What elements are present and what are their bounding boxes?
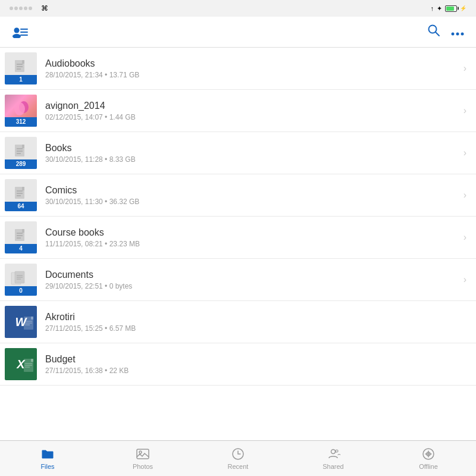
list-item[interactable]: 64 Comics 30/10/2015, 11:30 • 36.32 GB ›	[0, 174, 476, 217]
chevron-right-icon: ›	[464, 148, 466, 158]
file-name: avignon_2014	[45, 101, 459, 111]
file-meta: 27/11/2015, 16:38 • 22 KB	[45, 367, 466, 375]
file-meta: 11/11/2015, 08:21 • 23.23 MB	[45, 240, 459, 248]
more-button[interactable]	[451, 25, 464, 39]
folder-badge: 289	[5, 159, 37, 169]
svg-point-8	[456, 33, 459, 36]
bottom-nav: Files Photos Recent Shared Of	[0, 440, 476, 476]
file-info: Budget 27/11/2015, 16:38 • 22 KB	[45, 354, 466, 375]
list-item[interactable]: 1 Audiobooks 28/10/2015, 21:34 • 13.71 G…	[0, 48, 476, 90]
search-icon	[427, 24, 440, 37]
offline-nav-icon	[421, 447, 436, 461]
header	[0, 17, 476, 48]
list-item[interactable]: 4 Course books 11/11/2015, 08:21 • 23.23…	[0, 217, 476, 259]
more-icon	[451, 32, 464, 36]
chevron-right-icon: ›	[464, 274, 466, 285]
recent-nav-icon	[231, 447, 245, 461]
file-info: Course books 11/11/2015, 08:21 • 23.23 M…	[45, 227, 459, 248]
file-name: Documents	[45, 270, 459, 280]
file-name: Audiobooks	[45, 58, 459, 69]
signal-dot-2	[14, 7, 18, 10]
svg-marker-39	[31, 317, 33, 320]
list-item[interactable]: 0 Documents 29/10/2015, 22:51 • 0 bytes …	[0, 259, 476, 301]
folder-badge: 64	[5, 202, 37, 211]
svg-marker-19	[22, 145, 24, 148]
signal-dots	[10, 7, 32, 10]
header-actions	[427, 24, 464, 40]
svg-point-7	[452, 33, 455, 36]
svg-marker-24	[22, 187, 24, 190]
offline-nav-label: Offline	[419, 463, 438, 470]
file-info: Books 30/10/2015, 11:28 • 8.33 GB	[45, 143, 459, 164]
svg-point-51	[331, 450, 336, 454]
file-list: 1 Audiobooks 28/10/2015, 21:34 • 13.71 G…	[0, 48, 476, 440]
folder-thumbnail: 1	[5, 52, 37, 84]
file-name: Books	[45, 143, 459, 154]
file-meta: 30/10/2015, 11:30 • 36.32 GB	[45, 198, 459, 206]
nav-photos[interactable]: Photos	[95, 443, 190, 474]
svg-point-49	[139, 451, 142, 453]
status-bar: ⌘ ↑ ✦ ⚡	[0, 0, 476, 17]
list-item[interactable]: 312 avignon_2014 02/12/2015, 14:07 • 1.4…	[0, 90, 476, 132]
chevron-right-icon: ›	[464, 190, 466, 201]
battery-icon	[445, 5, 457, 12]
file-meta: 29/10/2015, 22:51 • 0 bytes	[45, 282, 459, 290]
file-info: Documents 29/10/2015, 22:51 • 0 bytes	[45, 270, 459, 290]
person-list-button[interactable]	[12, 26, 29, 38]
folder-thumbnail: 289	[5, 137, 37, 169]
list-item[interactable]: X Budget 27/11/2015, 16:38 • 22 KB	[0, 343, 476, 386]
shared-nav-label: Shared	[322, 463, 343, 470]
status-right: ↑ ✦ ⚡	[431, 5, 467, 12]
svg-point-9	[461, 33, 464, 36]
svg-point-17	[14, 102, 25, 115]
folder-badge: 1	[5, 75, 37, 84]
word-doc-overlay	[23, 317, 36, 332]
files-nav-icon	[40, 447, 55, 461]
chevron-right-icon: ›	[464, 105, 466, 116]
signal-dot-1	[10, 7, 13, 10]
svg-point-52	[336, 450, 338, 452]
signal-dot-4	[24, 7, 27, 10]
signal-dot-5	[29, 7, 32, 10]
status-left: ⌘	[10, 4, 48, 12]
photos-nav-icon	[136, 447, 150, 461]
wifi-icon: ⌘	[41, 4, 48, 12]
svg-point-0	[14, 27, 20, 33]
word-thumbnail: W	[5, 306, 37, 338]
folder-badge: 0	[5, 286, 37, 296]
person-list-icon	[12, 26, 29, 38]
list-item[interactable]: 289 Books 30/10/2015, 11:28 • 8.33 GB ›	[0, 132, 476, 174]
svg-point-1	[12, 34, 21, 38]
svg-marker-44	[31, 359, 33, 362]
folder-thumbnail: 64	[5, 179, 37, 211]
files-nav-label: Files	[40, 463, 54, 470]
list-item[interactable]: W Akrotiri 27/11/2015, 15:25 • 6.57 MB	[0, 301, 476, 343]
svg-line-6	[436, 32, 439, 36]
nav-offline[interactable]: Offline	[381, 443, 476, 474]
nav-recent[interactable]: Recent	[190, 443, 286, 474]
docs-folder-thumbnail: 0	[5, 264, 37, 296]
bluetooth-icon: ✦	[437, 5, 442, 12]
file-info: Comics 30/10/2015, 11:30 • 36.32 GB	[45, 185, 459, 206]
search-button[interactable]	[427, 24, 440, 40]
file-meta: 27/11/2015, 15:25 • 6.57 MB	[45, 324, 466, 333]
excel-thumbnail: X	[5, 348, 37, 380]
charging-icon: ⚡	[460, 5, 466, 11]
svg-marker-11	[22, 60, 24, 64]
recent-nav-label: Recent	[228, 463, 249, 470]
file-meta: 30/10/2015, 11:28 • 8.33 GB	[45, 155, 459, 164]
location-icon: ↑	[431, 5, 434, 12]
excel-doc-overlay	[23, 359, 36, 374]
svg-rect-48	[137, 449, 149, 459]
file-name: Course books	[45, 227, 459, 238]
folder-badge: 312	[5, 117, 37, 127]
shared-nav-icon	[326, 447, 340, 461]
photo-folder-thumbnail: 312	[5, 95, 37, 127]
nav-shared[interactable]: Shared	[286, 443, 381, 474]
file-name: Akrotiri	[45, 312, 466, 322]
file-info: avignon_2014 02/12/2015, 14:07 • 1.44 GB	[45, 101, 459, 121]
file-info: Akrotiri 27/11/2015, 15:25 • 6.57 MB	[45, 312, 466, 333]
nav-files[interactable]: Files	[0, 443, 95, 474]
file-name: Budget	[45, 354, 466, 365]
file-name: Comics	[45, 185, 459, 196]
